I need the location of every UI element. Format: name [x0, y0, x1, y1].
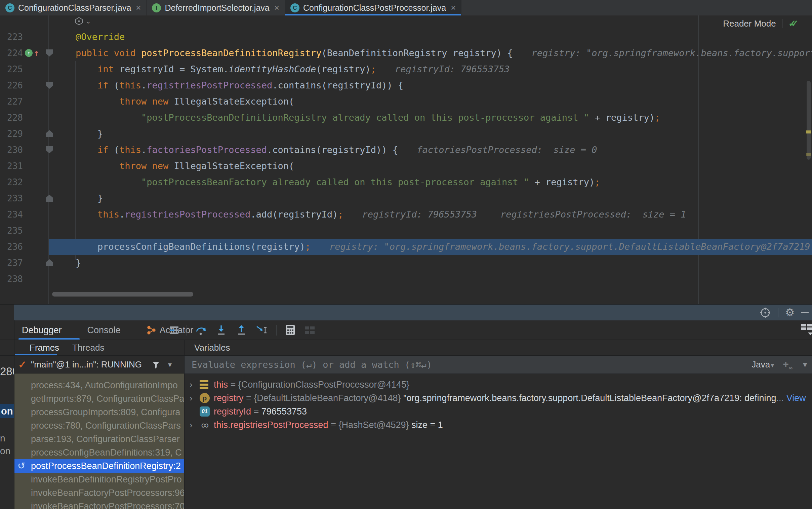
watches-dropdown-icon[interactable]: ▼	[801, 361, 809, 369]
code-line-225[interactable]: 225 int registryId = System.identityHash…	[0, 61, 812, 77]
fold-marker[interactable]	[46, 259, 53, 266]
line-number[interactable]: 232	[0, 174, 23, 190]
fold-marker[interactable]	[46, 130, 53, 137]
code-editor[interactable]: ⌄ Reader Mode ✓✓ 223@Override224↑↑public…	[0, 15, 812, 304]
line-number[interactable]: 225	[0, 61, 23, 77]
stack-frame[interactable]: parse:193, ConfigurationClassParser	[14, 432, 184, 446]
hide-tool-window-icon[interactable]	[801, 312, 809, 313]
thread-checkmark-icon: ✓	[18, 356, 27, 374]
show-execution-point-icon[interactable]	[759, 307, 771, 319]
line-number[interactable]: 227	[0, 94, 23, 110]
code-line-233[interactable]: 233 }	[0, 190, 812, 206]
layout-muted-icon[interactable]	[304, 325, 316, 335]
line-number[interactable]: 231	[0, 158, 23, 174]
expand-chevron-icon[interactable]: ›	[189, 378, 192, 391]
editor-tab-ConfigurationClassParser.java[interactable]: CConfigurationClassParser.java×	[0, 0, 146, 15]
chevron-down-icon[interactable]: ▾	[168, 356, 172, 374]
code-line-232[interactable]: 232 "postProcessBeanFactory already call…	[0, 174, 812, 190]
variable-row-this[interactable]: ›this = {ConfigurationClassPostProcessor…	[184, 378, 812, 391]
filter-funnel-icon[interactable]	[151, 360, 161, 370]
tab-frames[interactable]: Frames	[30, 340, 59, 355]
code-text: }	[76, 126, 103, 142]
stack-frame[interactable]: ↺postProcessBeanDefinitionRegistry:2	[14, 459, 184, 473]
variable-row-registryId[interactable]: 01registryId = 796553753	[184, 405, 812, 418]
debug-tab-debugger[interactable]: Debugger	[22, 320, 62, 340]
vertical-scrollbar[interactable]	[807, 81, 811, 160]
code-line-229[interactable]: 229 }	[0, 126, 812, 142]
line-number[interactable]: 235	[0, 223, 23, 239]
close-icon[interactable]: ×	[451, 3, 456, 12]
overrides-method-icon[interactable]: ↑	[25, 49, 33, 57]
stack-frame[interactable]: getImports:879, ConfigurationClassPa	[14, 392, 184, 405]
thread-selector[interactable]: ✓ "main"@1 in...in": RUNNING ▾	[14, 356, 184, 374]
fold-marker[interactable]	[46, 146, 53, 153]
line-number[interactable]: 224	[0, 45, 23, 61]
code-line-236[interactable]: 236 processConfigBeanDefinitions(registr…	[0, 239, 812, 255]
frame-label: processGroupImports:809, Configura	[31, 405, 180, 419]
close-icon[interactable]: ×	[274, 3, 279, 12]
stack-frame[interactable]: invokeBeanFactoryPostProcessors:70	[14, 500, 184, 509]
inline-debugger-hint: registry: "org.springframework.beans.fac…	[531, 48, 812, 58]
line-number[interactable]: 223	[0, 29, 23, 45]
step-out-icon[interactable]	[235, 325, 247, 336]
ai-assistant-widget[interactable]: ⌄	[75, 17, 91, 26]
step-into-cursor-icon[interactable]	[255, 325, 268, 336]
expand-chevron-icon[interactable]: ›	[189, 418, 192, 432]
step-over-icon[interactable]	[195, 325, 207, 336]
reader-mode-toggle[interactable]: Reader Mode	[723, 19, 776, 29]
line-number[interactable]: 233	[0, 190, 23, 206]
fold-marker[interactable]	[46, 195, 53, 202]
horizontal-scrollbar[interactable]	[52, 292, 193, 297]
view-options-icon[interactable]	[170, 327, 178, 334]
line-number[interactable]: 237	[0, 255, 23, 271]
line-number[interactable]: 236	[0, 239, 23, 255]
settings-gear-icon[interactable]: ⚙	[785, 307, 795, 318]
error-stripe-mark[interactable]	[806, 130, 811, 133]
debug-tab-console[interactable]: Console	[87, 320, 121, 340]
inspections-ok-icon[interactable]: ✓✓	[788, 18, 799, 29]
line-number[interactable]: 229	[0, 126, 23, 142]
stack-frame[interactable]: process:780, ConfigurationClassPars	[14, 419, 184, 432]
fold-marker[interactable]	[46, 49, 53, 57]
step-into-icon[interactable]	[215, 325, 227, 336]
code-line-234[interactable]: 234 this.registriesPostProcessed.add(reg…	[0, 206, 812, 223]
line-number[interactable]: 234	[0, 206, 23, 223]
close-icon[interactable]: ×	[136, 3, 141, 12]
fold-marker[interactable]	[46, 82, 53, 89]
panel-splitter[interactable]	[184, 340, 184, 509]
layout-settings-icon[interactable]	[801, 324, 812, 337]
tab-threads[interactable]: Threads	[72, 340, 104, 355]
expand-chevron-icon[interactable]: ›	[189, 391, 192, 405]
language-selector[interactable]: Java	[751, 360, 770, 370]
editor-tab-ConfigurationClassPostProcessor.java[interactable]: CConfigurationClassPostProcessor.java×	[285, 0, 461, 15]
code-line-230[interactable]: 230 if (this.factoriesPostProcessed.cont…	[0, 142, 812, 158]
line-number[interactable]: 226	[0, 77, 23, 94]
code-line-227[interactable]: 227 throw new IllegalStateException(	[0, 94, 812, 110]
line-number[interactable]: 230	[0, 142, 23, 158]
code-line-235[interactable]: 235	[0, 223, 812, 239]
code-line-237[interactable]: 237}	[0, 255, 812, 271]
stack-frame[interactable]: processConfigBeanDefinitions:319, C	[14, 446, 184, 459]
editor-tab-DeferredImportSelector.java[interactable]: IDeferredImportSelector.java×	[146, 0, 285, 15]
code-line-223[interactable]: 223@Override	[0, 29, 812, 45]
code-line-224[interactable]: 224↑↑public void postProcessBeanDefiniti…	[0, 45, 812, 61]
stack-frame[interactable]: process:434, AutoConfigurationImpo	[14, 379, 184, 392]
code-line-238[interactable]: 238	[0, 271, 812, 287]
line-number[interactable]: 228	[0, 110, 23, 126]
variable-row-this-registriesPostProcessed[interactable]: ›∞this.registriesPostProcessed = {HashSe…	[184, 418, 812, 432]
add-watch-icon[interactable]: +∞	[783, 359, 792, 371]
error-stripe-mark[interactable]	[806, 153, 811, 156]
code-line-228[interactable]: 228 "postProcessBeanDefinitionRegistry a…	[0, 110, 812, 126]
evaluate-expression-icon[interactable]	[285, 324, 296, 336]
stack-frame[interactable]: processGroupImports:809, Configura	[14, 405, 184, 419]
line-number[interactable]: 238	[0, 271, 23, 287]
hexagon-sparkle-icon	[75, 17, 83, 26]
stack-frame[interactable]: invokeBeanFactoryPostProcessors:96	[14, 486, 184, 500]
code-text: int registryId = System.identityHashCode…	[76, 61, 509, 77]
view-link[interactable]: View	[786, 393, 806, 403]
variable-row-registry[interactable]: ›pregistry = {DefaultListableBeanFactory…	[184, 391, 812, 405]
code-line-231[interactable]: 231 throw new IllegalStateException(	[0, 158, 812, 174]
stack-frame[interactable]: invokeBeanDefinitionRegistryPostPro	[14, 473, 184, 486]
code-line-226[interactable]: 226 if (this.registriesPostProcessed.con…	[0, 77, 812, 94]
evaluate-expression-bar[interactable]: Evaluate expression (↵) or add a watch (…	[184, 356, 812, 374]
